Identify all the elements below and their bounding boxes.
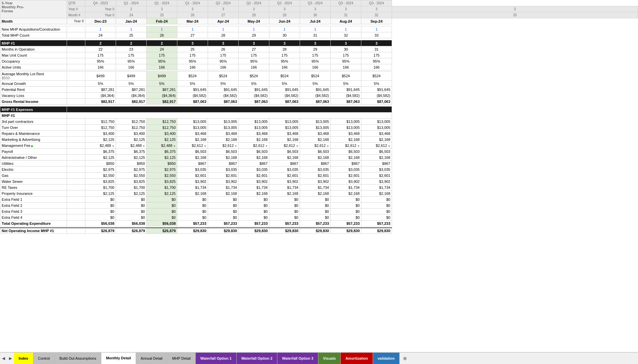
alr-9: $524 bbox=[361, 72, 392, 81]
max-unit-row: Max Unit Count 175 175 175 175 175 175 1… bbox=[0, 52, 638, 58]
col-year-1: 3 bbox=[147, 6, 177, 12]
acq-9: 1 bbox=[361, 26, 392, 32]
col-sep24: Sep-24 bbox=[361, 18, 392, 24]
exp-10-2: $3,825 bbox=[147, 179, 177, 184]
expense-row-15: Extra Field 3 $0 $0 $0 $0 $0 $0 $0 $0 $0… bbox=[0, 208, 638, 214]
exp-3-5: $2,168 bbox=[239, 137, 269, 143]
exp-0-7: $13,005 bbox=[300, 119, 331, 125]
tab-waterfall-1[interactable]: Waterfall Option 1 bbox=[196, 353, 237, 364]
months-op-row: Months in Operation 22 23 24 25 26 27 28… bbox=[0, 46, 638, 52]
col-jul24: Jul-24 bbox=[300, 18, 331, 24]
month-name-header: Month bbox=[0, 18, 67, 24]
exp-11-0: $1,700 bbox=[85, 184, 116, 190]
alr-1: $499 bbox=[116, 72, 147, 81]
expense-row-8: Electric $2,975 $2,975 $2,975 $3,035 $3,… bbox=[0, 167, 638, 173]
tab-amortization-label: Amortization bbox=[345, 356, 368, 360]
exp-8-6: $3,035 bbox=[269, 167, 300, 173]
col-year-9: 3 bbox=[392, 6, 638, 12]
exp-15-2: $0 bbox=[147, 208, 177, 214]
tab-index[interactable]: Index bbox=[14, 353, 33, 364]
expense-row-5: Payroll $6,375 $6,375 $6,375 $6,503 $6,5… bbox=[0, 149, 638, 155]
mop-0: 22 bbox=[85, 46, 116, 52]
exp-13-8: $0 bbox=[331, 196, 361, 202]
mhp1-header-label: MHP #1 bbox=[0, 40, 67, 46]
top-7: $57,233 bbox=[300, 220, 331, 226]
exp-5-3: $6,503 bbox=[177, 149, 208, 155]
exp-11-8: $1,734 bbox=[331, 184, 361, 190]
main-table: 5-Year Monthly Pro- Forma QTR Q4 - 2023 … bbox=[0, 0, 638, 234]
exp-2-3: $3,468 bbox=[177, 131, 208, 137]
exp-6-8: $2,168 bbox=[331, 155, 361, 161]
tab-mhp-detail-label: MHP Detail bbox=[172, 356, 190, 360]
tab-add-button[interactable]: ⊕ bbox=[400, 353, 410, 364]
mu-3: 175 bbox=[177, 52, 208, 58]
exp-14-8: $0 bbox=[331, 202, 361, 208]
exp-13-2: $0 bbox=[147, 196, 177, 202]
exp-16-3: $0 bbox=[177, 214, 208, 220]
gri-3: $87,063 bbox=[177, 99, 208, 105]
top-1: $56,038 bbox=[116, 220, 147, 226]
ag-7: 5% bbox=[300, 81, 331, 87]
exp-label-16: Extra Field 4 bbox=[0, 214, 67, 220]
avg-lot-rent-row: Average Monthly Lot Rent$550 $499 $499 $… bbox=[0, 72, 638, 81]
exp-9-8: $2,601 bbox=[331, 173, 361, 179]
exp-14-2: $0 bbox=[147, 202, 177, 208]
tab-nav-right[interactable]: ▶ bbox=[7, 353, 14, 364]
tab-annual-detail[interactable]: Annual Detail bbox=[136, 353, 167, 364]
exp-14-9: $0 bbox=[361, 202, 392, 208]
vl-9: ($4,582) bbox=[361, 93, 392, 99]
gri-2: $82,917 bbox=[147, 99, 177, 105]
mop-5: 27 bbox=[239, 46, 269, 52]
exp-0-0: $12,750 bbox=[85, 119, 116, 125]
top-5: $57,233 bbox=[239, 220, 269, 226]
total-mhp-label: Total MHP Count bbox=[0, 32, 67, 38]
exp-8-2: $2,975 bbox=[147, 167, 177, 173]
col-qtr-9: Q3 - 2024 bbox=[361, 0, 392, 6]
expenses-header-label: MHP #1 Expenses bbox=[0, 107, 67, 113]
tab-build-out[interactable]: Build Out Assumptions bbox=[55, 353, 101, 364]
tmhp-0: 24 bbox=[85, 32, 116, 38]
tab-waterfall-3[interactable]: Waterfall Option 3 bbox=[277, 353, 318, 364]
top-8: $57,233 bbox=[331, 220, 361, 226]
exp-0-8: $13,005 bbox=[331, 119, 361, 125]
tab-monthly-detail[interactable]: Monthly Detail bbox=[101, 353, 136, 364]
exp-2-6: $3,468 bbox=[269, 131, 300, 137]
tab-control[interactable]: Control bbox=[33, 353, 55, 364]
exp-4-0: $2,488 ▼ bbox=[85, 143, 116, 149]
alr-2: $499 bbox=[147, 72, 177, 81]
noi-0: $26,879 bbox=[85, 228, 116, 234]
col-mar24: Mar-24 bbox=[177, 18, 208, 24]
exp-11-4: $1,734 bbox=[208, 184, 239, 190]
noi-1: $26,879 bbox=[116, 228, 147, 234]
exp-7-3: $867 bbox=[177, 161, 208, 167]
tab-nav-left[interactable]: ◀ bbox=[0, 353, 7, 364]
potential-rent-row: Potential Rent $87,281 $87,281 $87,281 $… bbox=[0, 87, 638, 93]
exp-14-7: $0 bbox=[300, 202, 331, 208]
exp-2-4: $3,468 bbox=[208, 131, 239, 137]
tab-mhp-detail[interactable]: MHP Detail bbox=[167, 353, 195, 364]
col-qtr-5: Q2 - 2024 bbox=[239, 0, 269, 6]
gri-6: $87,063 bbox=[269, 99, 300, 105]
exp-4-3: $2,612 ▼ bbox=[177, 143, 208, 149]
top-4: $57,233 bbox=[208, 220, 239, 226]
exp-12-8: $2,168 bbox=[331, 190, 361, 196]
col-month-4: 28 bbox=[239, 12, 269, 18]
vacancy-loss-label: Vacancy Loss bbox=[0, 93, 67, 99]
noi-7: $29,830 bbox=[300, 228, 331, 234]
tab-validation[interactable]: validation bbox=[373, 353, 400, 364]
col-apr24: Apr-24 bbox=[208, 18, 239, 24]
exp-1-2: $12,750 bbox=[147, 125, 177, 131]
exp-5-4: $6,503 bbox=[208, 149, 239, 155]
tab-amortization[interactable]: Amortization bbox=[341, 353, 373, 364]
sheet-title-line2: Monthly Pro- bbox=[2, 5, 24, 9]
exp-15-1: $0 bbox=[116, 208, 147, 214]
ag-1: 5% bbox=[116, 81, 147, 87]
col-month-8: 32 bbox=[361, 12, 392, 18]
ag-8: 5% bbox=[331, 81, 361, 87]
sheet-title-line3: Forma bbox=[2, 9, 13, 13]
tab-waterfall-2[interactable]: Waterfall Option 2 bbox=[237, 353, 278, 364]
tab-visuals[interactable]: Visuals bbox=[318, 353, 341, 364]
exp-13-3: $0 bbox=[177, 196, 208, 202]
au-8: 166 bbox=[331, 64, 361, 70]
exp-12-0: $2,125 bbox=[85, 190, 116, 196]
